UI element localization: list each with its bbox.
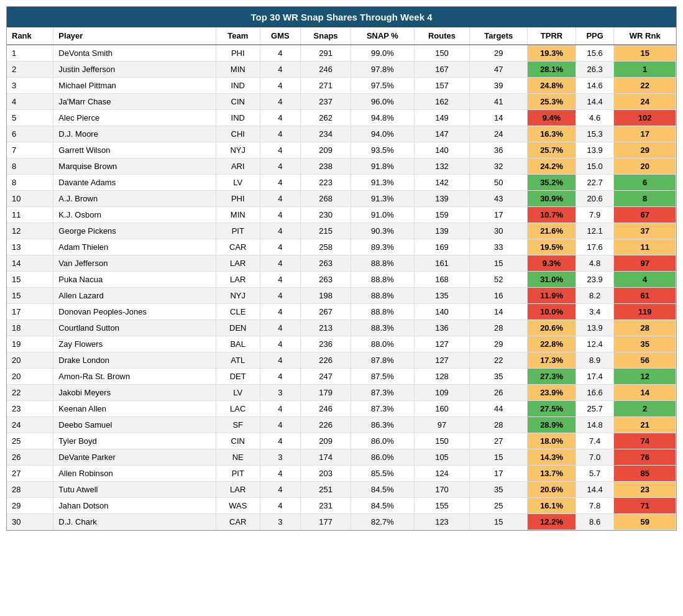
cell-team: PIT: [216, 223, 260, 239]
cell-routes: 147: [414, 126, 470, 142]
cell-snaps: 230: [301, 207, 351, 223]
cell-player: K.J. Osborn: [53, 207, 216, 223]
cell-tprr: 10.7%: [528, 207, 576, 223]
cell-tprr: 25.3%: [528, 94, 576, 110]
cell-rank: 7: [7, 142, 53, 159]
table-row: 1 DeVonta Smith PHI 4 291 99.0% 150 29 1…: [7, 45, 676, 62]
main-container: Top 30 WR Snap Shares Through Week 4 Ran…: [6, 6, 677, 531]
cell-snaps: 226: [301, 417, 351, 433]
cell-team: NE: [216, 449, 260, 466]
cell-team: LAC: [216, 401, 260, 417]
cell-player: D.J. Moore: [53, 126, 216, 142]
cell-tprr: 22.8%: [528, 336, 576, 352]
cell-snaps: 237: [301, 94, 351, 110]
cell-tprr: 14.3%: [528, 449, 576, 466]
cell-wr-rnk: 23: [614, 482, 676, 498]
header-routes: Routes: [414, 27, 470, 45]
table-row: 4 Ja'Marr Chase CIN 4 237 96.0% 162 41 2…: [7, 94, 676, 110]
cell-snap-pct: 91.0%: [351, 207, 415, 223]
cell-snaps: 179: [301, 385, 351, 401]
cell-routes: 139: [414, 223, 470, 239]
cell-targets: 15: [470, 255, 528, 272]
cell-player: Zay Flowers: [53, 336, 216, 352]
cell-team: ARI: [216, 159, 260, 175]
cell-gms: 4: [260, 239, 300, 255]
cell-gms: 4: [260, 401, 300, 417]
table-row: 3 Michael Pittman IND 4 271 97.5% 157 39…: [7, 78, 676, 94]
cell-ppg: 17.4: [575, 369, 614, 385]
cell-targets: 14: [470, 110, 528, 126]
cell-wr-rnk: 67: [614, 207, 676, 223]
cell-wr-rnk: 24: [614, 94, 676, 110]
cell-player: Garrett Wilson: [53, 142, 216, 159]
cell-targets: 16: [470, 288, 528, 304]
cell-player: George Pickens: [53, 223, 216, 239]
cell-routes: 157: [414, 78, 470, 94]
cell-routes: 124: [414, 466, 470, 482]
cell-routes: 132: [414, 159, 470, 175]
cell-wr-rnk: 119: [614, 304, 676, 320]
cell-gms: 4: [260, 320, 300, 336]
cell-snap-pct: 97.8%: [351, 62, 415, 78]
cell-player: Van Jefferson: [53, 255, 216, 272]
cell-gms: 4: [260, 62, 300, 78]
cell-ppg: 7.0: [575, 449, 614, 466]
cell-player: A.J. Brown: [53, 191, 216, 207]
cell-gms: 4: [260, 175, 300, 191]
table-row: 5 Alec Pierce IND 4 262 94.8% 149 14 9.4…: [7, 110, 676, 126]
cell-player: Drake London: [53, 352, 216, 369]
cell-snap-pct: 88.0%: [351, 336, 415, 352]
cell-player: Donovan Peoples-Jones: [53, 304, 216, 320]
cell-snap-pct: 88.8%: [351, 304, 415, 320]
header-ppg: PPG: [575, 27, 614, 45]
cell-snap-pct: 99.0%: [351, 45, 415, 62]
cell-targets: 33: [470, 239, 528, 255]
cell-rank: 25: [7, 433, 53, 449]
cell-tprr: 28.1%: [528, 62, 576, 78]
cell-rank: 6: [7, 126, 53, 142]
cell-gms: 4: [260, 482, 300, 498]
cell-rank: 15: [7, 288, 53, 304]
cell-player: Adam Thielen: [53, 239, 216, 255]
cell-gms: 4: [260, 126, 300, 142]
cell-snap-pct: 91.3%: [351, 191, 415, 207]
cell-tprr: 9.4%: [528, 110, 576, 126]
cell-snaps: 262: [301, 110, 351, 126]
cell-ppg: 7.8: [575, 498, 614, 514]
cell-ppg: 23.9: [575, 272, 614, 288]
cell-wr-rnk: 97: [614, 255, 676, 272]
header-targets: Targets: [470, 27, 528, 45]
cell-snap-pct: 94.0%: [351, 126, 415, 142]
cell-team: MIN: [216, 207, 260, 223]
cell-routes: 140: [414, 304, 470, 320]
cell-team: CIN: [216, 433, 260, 449]
cell-gms: 4: [260, 110, 300, 126]
table-row: 8 Davante Adams LV 4 223 91.3% 142 50 35…: [7, 175, 676, 191]
cell-team: CLE: [216, 304, 260, 320]
cell-routes: 142: [414, 175, 470, 191]
cell-snap-pct: 91.8%: [351, 159, 415, 175]
cell-wr-rnk: 102: [614, 110, 676, 126]
cell-tprr: 35.2%: [528, 175, 576, 191]
cell-routes: 167: [414, 62, 470, 78]
cell-snaps: 223: [301, 175, 351, 191]
cell-ppg: 14.4: [575, 482, 614, 498]
cell-snap-pct: 88.3%: [351, 320, 415, 336]
cell-targets: 29: [470, 45, 528, 62]
cell-tprr: 11.9%: [528, 288, 576, 304]
table-row: 29 Jahan Dotson WAS 4 231 84.5% 155 25 1…: [7, 498, 676, 514]
cell-targets: 15: [470, 449, 528, 466]
cell-routes: 97: [414, 417, 470, 433]
cell-snaps: 231: [301, 498, 351, 514]
cell-player: Jahan Dotson: [53, 498, 216, 514]
cell-snap-pct: 85.5%: [351, 466, 415, 482]
cell-player: Tutu Atwell: [53, 482, 216, 498]
cell-snap-pct: 84.5%: [351, 482, 415, 498]
cell-ppg: 13.9: [575, 320, 614, 336]
cell-snaps: 263: [301, 255, 351, 272]
cell-team: CIN: [216, 94, 260, 110]
cell-rank: 5: [7, 110, 53, 126]
cell-player: DeVonta Smith: [53, 45, 216, 62]
cell-snap-pct: 97.5%: [351, 78, 415, 94]
cell-wr-rnk: 61: [614, 288, 676, 304]
